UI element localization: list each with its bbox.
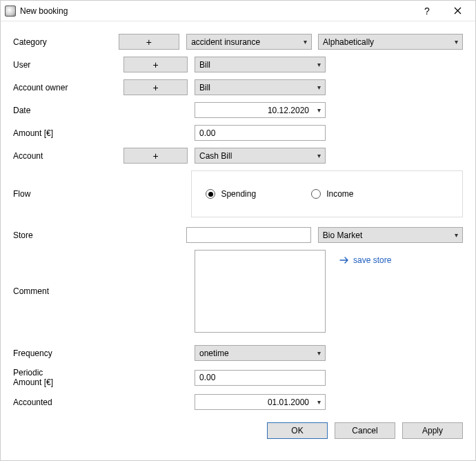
amount-input[interactable]: [199, 128, 321, 138]
periodic-amount-input-wrap: [195, 370, 326, 386]
frequency-select[interactable]: onetime ▾: [195, 345, 326, 361]
store-input[interactable]: [191, 230, 307, 240]
add-category-button[interactable]: +: [119, 34, 180, 50]
frequency-value: onetime: [199, 349, 313, 358]
chevron-down-icon: ▾: [317, 398, 321, 406]
chevron-down-icon: ▾: [317, 349, 321, 357]
add-account-button[interactable]: +: [123, 148, 188, 164]
category-value: accident insurance: [191, 37, 299, 47]
accounted-label: Accounted: [13, 398, 123, 407]
user-value: Bill: [199, 60, 313, 70]
account-owner-select[interactable]: Bill ▾: [195, 79, 326, 95]
radio-icon: [311, 189, 321, 199]
save-store-text: save store: [353, 255, 391, 265]
flow-group: Spending Income: [191, 170, 463, 217]
account-label: Account: [13, 151, 123, 161]
store-label: Store: [13, 230, 119, 240]
accounted-input[interactable]: 01.01.2000 ▾: [195, 394, 326, 410]
close-button[interactable]: [442, 1, 473, 21]
apply-button[interactable]: Apply: [402, 422, 463, 439]
flow-spending-radio[interactable]: Spending: [206, 189, 256, 199]
comment-label: Comment: [13, 286, 123, 296]
cancel-button[interactable]: Cancel: [335, 422, 395, 439]
account-owner-value: Bill: [199, 83, 313, 92]
account-value: Cash Bill: [199, 151, 313, 161]
category-label: Category: [13, 37, 119, 47]
chevron-down-icon: ▾: [455, 231, 458, 239]
category-sort-select[interactable]: Alphabetically ▾: [318, 34, 463, 50]
add-account-owner-button[interactable]: +: [123, 79, 188, 95]
periodic-amount-label: Periodic Amount [€]: [13, 368, 123, 387]
flow-label: Flow: [13, 189, 121, 199]
account-owner-label: Account owner: [13, 83, 123, 92]
radio-icon: [206, 189, 215, 199]
user-select[interactable]: Bill ▾: [195, 57, 326, 72]
accounted-value: 01.01.2000: [199, 398, 313, 407]
titlebar: New booking ?: [1, 1, 475, 21]
date-input[interactable]: 10.12.2020 ▾: [195, 102, 326, 118]
chevron-down-icon: ▾: [317, 61, 321, 68]
dialog-buttons: OK Cancel Apply: [1, 420, 475, 446]
chevron-down-icon: ▾: [317, 152, 321, 159]
booking-form: Category + accident insurance ▾ Alphabet…: [1, 21, 475, 420]
account-select[interactable]: Cash Bill ▾: [195, 148, 326, 164]
category-select[interactable]: accident insurance ▾: [186, 34, 311, 50]
window-title: New booking: [20, 6, 412, 16]
flow-spending-label: Spending: [221, 189, 256, 199]
date-value: 10.12.2020: [199, 106, 313, 115]
arrow-right-icon: [339, 256, 349, 264]
chevron-down-icon: ▾: [317, 106, 321, 114]
flow-income-label: Income: [326, 189, 353, 199]
store-preset-value: Bio Market: [323, 230, 450, 240]
help-button[interactable]: ?: [412, 1, 442, 21]
chevron-down-icon: ▾: [317, 84, 321, 91]
chevron-down-icon: ▾: [455, 38, 458, 46]
add-user-button[interactable]: +: [123, 57, 188, 72]
store-preset-select[interactable]: Bio Market ▾: [318, 227, 463, 243]
frequency-label: Frequency: [13, 349, 123, 358]
comment-textarea[interactable]: [195, 250, 326, 333]
periodic-amount-input[interactable]: [199, 373, 321, 382]
amount-label: Amount [€]: [13, 128, 123, 138]
save-store-link[interactable]: save store: [339, 250, 391, 265]
category-sort-value: Alphabetically: [323, 37, 450, 47]
chevron-down-icon: ▾: [304, 38, 307, 46]
store-input-wrap: [186, 227, 312, 243]
date-label: Date: [13, 106, 123, 115]
close-icon: [454, 7, 462, 14]
flow-income-radio[interactable]: Income: [311, 189, 353, 199]
app-icon: [5, 6, 16, 17]
amount-input-wrap: [195, 125, 326, 141]
ok-button[interactable]: OK: [267, 422, 328, 439]
user-label: User: [13, 60, 123, 70]
